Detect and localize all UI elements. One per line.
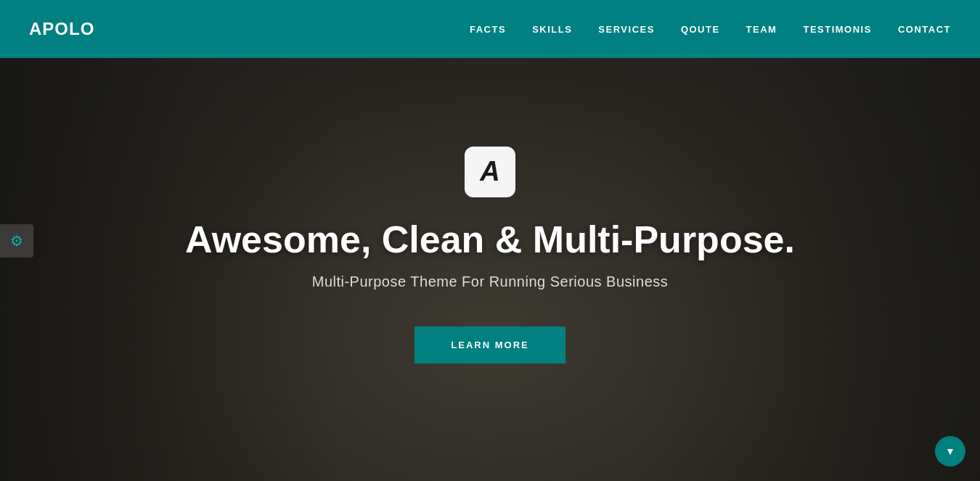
nav-link-team[interactable]: TEAM [746,24,777,35]
settings-button[interactable]: ⚙ [0,224,33,258]
navbar: APOLO FACTS SKILLS SERVICES QOUTE TEAM T… [0,0,980,58]
nav-link-services[interactable]: SERVICES [598,24,655,35]
nav-item-testimonis[interactable]: TESTIMONIS [803,22,871,36]
hero-section: ⚙ A Awesome, Clean & Multi-Purpose. Mult… [0,0,980,481]
chevron-down-icon: ▼ [945,445,955,457]
learn-more-button[interactable]: LEARN MORE [415,326,565,363]
nav-item-facts[interactable]: FACTS [470,22,506,36]
nav-item-services[interactable]: SERVICES [598,22,655,36]
nav-link-qoute[interactable]: QOUTE [681,24,720,35]
nav-item-skills[interactable]: SKILLS [532,22,572,36]
hero-icon-box: A [465,147,515,197]
hero-icon-letter: A [480,156,499,187]
hero-subtitle: Multi-Purpose Theme For Running Serious … [312,274,669,290]
hero-content: A Awesome, Clean & Multi-Purpose. Multi-… [185,147,795,363]
nav-item-contact[interactable]: CONTACT [898,22,951,36]
nav-links: FACTS SKILLS SERVICES QOUTE TEAM TESTIMO… [470,22,951,36]
scroll-down-button[interactable]: ▼ [935,436,965,466]
nav-item-team[interactable]: TEAM [746,22,777,36]
gear-icon: ⚙ [10,232,23,250]
nav-link-contact[interactable]: CONTACT [898,24,951,35]
nav-link-facts[interactable]: FACTS [470,24,506,35]
nav-item-qoute[interactable]: QOUTE [681,22,720,36]
brand-logo[interactable]: APOLO [29,19,94,39]
nav-link-testimonis[interactable]: TESTIMONIS [803,24,871,35]
hero-title: Awesome, Clean & Multi-Purpose. [185,219,795,260]
nav-link-skills[interactable]: SKILLS [532,24,572,35]
